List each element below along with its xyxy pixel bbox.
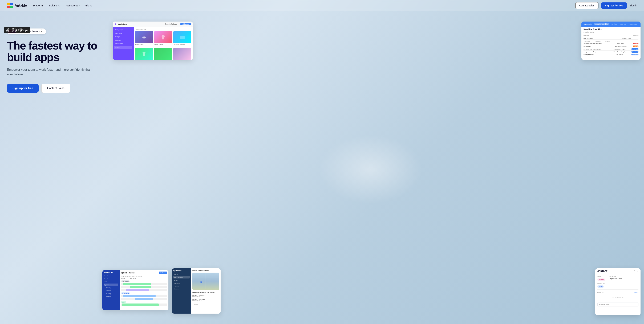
gallery-img-shoes	[135, 31, 153, 43]
onboarding-app-label: Onboarding	[584, 23, 592, 25]
activity-header: All activity Follow	[598, 291, 638, 293]
task-3: Schedule new-hire orientation Hikara Kub…	[584, 48, 638, 50]
sidebar-sprints: Sprints	[104, 284, 118, 286]
hero-buttons: Sign up for free Contact Sales	[7, 84, 97, 93]
done-group: Done	[121, 301, 167, 306]
sidebar-calendar: Calendar	[114, 39, 132, 42]
task-row-header: Employee Start date	[584, 34, 638, 37]
in-progress-badge: In progress	[121, 292, 130, 294]
gallery-item-2: Runner in jacket	[154, 31, 172, 47]
gallery-grid: Athlete on court Runner in jacket	[135, 31, 191, 60]
sku-close-icon[interactable]: ✕	[637, 270, 638, 272]
sku-ordered-by-value: Logan Granmont	[609, 278, 622, 280]
sku-ordered-by-field: Ordered by Logan Granmont	[609, 276, 622, 281]
gallery-item-6	[173, 48, 191, 60]
gantt-bar-container-6	[121, 304, 167, 306]
store-address: 311 California Street, San Franc...	[192, 291, 219, 293]
share-row: ⬆ Share	[192, 303, 219, 305]
contact-sales-hero-button[interactable]: Contact Sales	[41, 84, 70, 93]
sidebar-requests: Requests	[114, 32, 132, 35]
sign-up-nav-button[interactable]: Sign up for free	[601, 2, 627, 9]
tab-activities[interactable]: Activities	[610, 23, 618, 25]
tab-referrals[interactable]: Referrals	[619, 23, 627, 25]
gallery-item-3: Runner on bleachers	[173, 31, 191, 47]
sign-up-hero-button[interactable]: Sign up for free	[7, 84, 38, 93]
sku-header-actions: ⊡ ✕	[634, 270, 638, 272]
sidebar-budget: Budget	[114, 35, 132, 38]
shoes-icon	[142, 34, 147, 40]
hero-screenshots: Marketing Assets Gallery Add asset Campa…	[104, 21, 637, 317]
gallery-label-1: Athlete on court	[135, 43, 153, 45]
svg-rect-5	[180, 36, 184, 37]
add-task-button[interactable]: Add task	[159, 272, 167, 274]
done-header: Done	[121, 301, 167, 303]
onboarding-card: Onboarding New Hire Checklist Activities…	[582, 21, 640, 60]
map-svg	[192, 273, 219, 290]
sku-status-row: Status Pending Ordered by Logan Granmont	[598, 276, 638, 283]
sku-minimize-icon[interactable]: ⊡	[634, 270, 635, 272]
no-comments: No comments yet	[598, 296, 638, 298]
contact-sales-button[interactable]: Contact Sales	[575, 2, 598, 9]
store-item-1: Centaur Pro - Green Serial #SKU-001	[192, 294, 219, 298]
stores-view-title: Stores Store locations	[192, 270, 219, 272]
gantt-bar-5	[135, 298, 153, 300]
in-progress-header: In progress	[121, 292, 167, 294]
follow-button[interactable]: Follow	[634, 291, 638, 293]
task-2-person: Hikara Kube-Kingsley	[608, 45, 633, 47]
stores-sidebar: Operations Stores Store locations Orders…	[172, 268, 191, 314]
gallery-label-2: Runner in jacket	[154, 43, 172, 45]
sku-product-type-value: Share	[598, 286, 604, 288]
hero-section: NEW Watch an AI demo + The fastest way t…	[0, 11, 644, 324]
gallery-label: Assets Gallery	[165, 23, 177, 25]
task-2-name: Send laptop	[584, 45, 608, 47]
share-icon: ⬆	[192, 303, 194, 305]
stores-layout: Operations Stores Store locations Orders…	[172, 268, 220, 314]
task-4-priority: Important	[632, 51, 638, 53]
add-comment-input[interactable]	[598, 302, 638, 307]
marketing-main: Awaiting review Athlete on court	[134, 27, 193, 60]
sku-activity-section: All activity Follow No comments yet	[598, 290, 638, 307]
onboarding-header: Onboarding New Hire Checklist Activities…	[582, 21, 640, 27]
gallery-img-bleachers	[173, 31, 191, 43]
gantt-row-6	[121, 304, 167, 306]
start-date: Oct 26th, 2023	[614, 37, 638, 39]
add-asset-btn[interactable]: Add asset	[180, 23, 191, 25]
ai-demo-badge[interactable]: NEW Watch an AI demo +	[7, 28, 46, 34]
tab-new-hire[interactable]: New Hire Checklist	[594, 23, 609, 25]
sidebar-store-locations: Store locations	[173, 276, 190, 279]
onboarding-tabs: New Hire Checklist Activities Referrals …	[594, 23, 638, 25]
hero-title: The fastest way to build apps	[7, 40, 97, 63]
nav-pricing[interactable]: Pricing	[84, 4, 92, 7]
map-area	[192, 273, 219, 290]
nav-solutions[interactable]: Solutions ›	[49, 4, 61, 7]
not-started-group: Not started	[121, 280, 167, 291]
sidebar-assets: Assets	[114, 46, 132, 49]
store-item-2: Centaur Pro - Purple Serial #SKU-002	[192, 298, 219, 302]
gantt-row-2	[121, 286, 167, 288]
task-1-name: Send Manager welcome letter	[584, 43, 608, 44]
gantt-bar-6	[122, 304, 159, 306]
sign-in-button[interactable]: Sign in	[630, 4, 637, 7]
gantt-row-1	[121, 283, 167, 285]
logo[interactable]: Airtable	[7, 2, 27, 9]
sidebar-backlog: Backlog	[104, 292, 118, 295]
sku-product-type-label: Product type	[598, 283, 638, 284]
task-3-person: Hikara Kube-Kingsley	[608, 48, 632, 50]
gantt-bar-container-4	[121, 295, 167, 297]
sidebar-inventory: Inventory	[173, 282, 190, 284]
operations-title: Operations	[173, 270, 190, 272]
in-progress-group: In progress	[121, 292, 167, 300]
svg-point-15	[200, 281, 202, 283]
gallery-img-jacket	[154, 31, 172, 43]
product-ops-title: Product Ops	[104, 272, 118, 273]
share-label: Share	[194, 303, 198, 305]
nav-platform[interactable]: Platform ›	[33, 4, 44, 7]
tab-references[interactable]: References	[628, 23, 638, 25]
nav-resources[interactable]: Resources ›	[66, 4, 80, 7]
gantt-bar-container-5	[121, 298, 167, 300]
status-label: Status May 2023	[121, 278, 167, 279]
sidebar-production: Production	[114, 42, 132, 45]
sprints-view-title: Sprints Timeline	[121, 272, 135, 274]
task-5-priority: Important	[632, 54, 638, 55]
sidebar-roadmap: Roadmap	[104, 278, 118, 280]
